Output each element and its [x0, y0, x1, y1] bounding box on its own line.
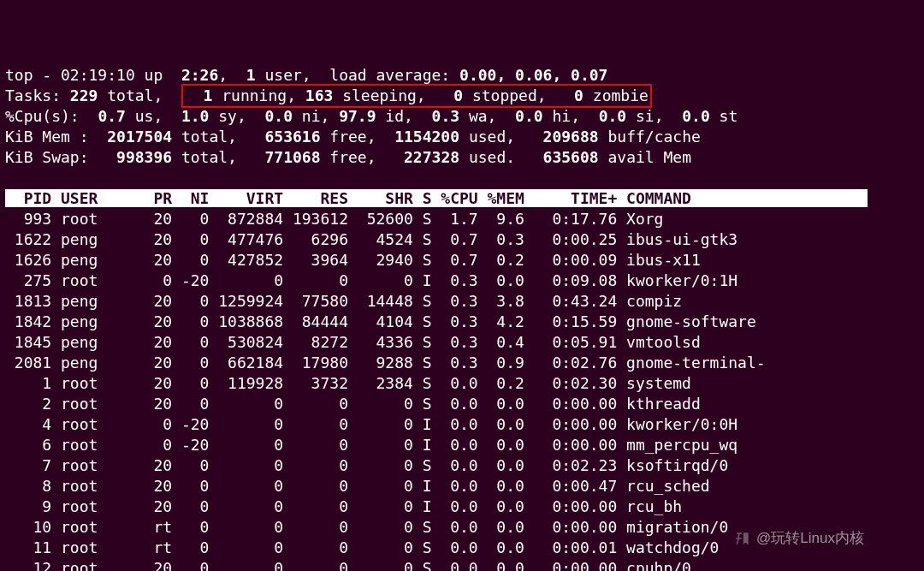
summary-line-2: Tasks: 229 total, 1 running, 163 sleepin… — [5, 86, 652, 104]
summary-line-3: %Cpu(s): 0.7 us, 1.0 sy, 0.0 ni, 97.9 id… — [5, 107, 737, 125]
process-table-body: 993 root 20 0 872884 193612 52600 S 1.7 … — [5, 209, 919, 571]
summary-line-4: KiB Mem : 2017504 total, 653616 free, 11… — [5, 128, 701, 146]
process-table-header: PID USER PR NI VIRT RES SHR S %CPU %MEM … — [5, 189, 868, 207]
summary-line-5: KiB Swap: 998396 total, 771068 free, 227… — [5, 148, 701, 166]
summary-line-1: top - 02:19:10 up 2:26, 1 user, load ave… — [5, 66, 607, 84]
blank-line — [5, 169, 15, 187]
terminal-top-output: top - 02:19:10 up 2:26, 1 user, load ave… — [0, 41, 924, 571]
tasks-highlight-box: 1 running, 163 sleeping, 0 stopped, 0 zo… — [181, 84, 652, 108]
